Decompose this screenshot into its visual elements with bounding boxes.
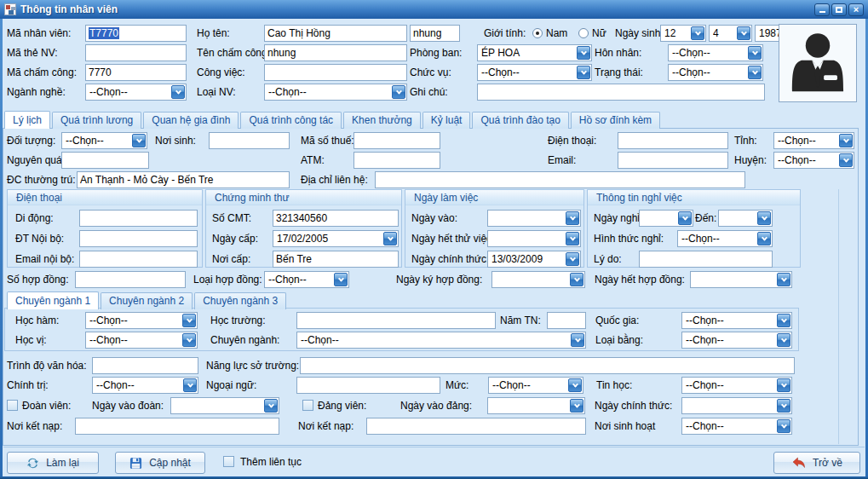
phong-ban-select[interactable]: ÉP HOA bbox=[477, 44, 592, 61]
chevron-down-icon[interactable] bbox=[570, 399, 583, 413]
chevron-down-icon[interactable] bbox=[334, 273, 348, 286]
chevron-down-icon[interactable] bbox=[777, 399, 790, 413]
dien-thoai-input[interactable] bbox=[618, 132, 728, 149]
chevron-down-icon[interactable] bbox=[839, 134, 853, 147]
close-button[interactable]: × bbox=[848, 3, 864, 16]
so-cmt-input[interactable]: 321340560 bbox=[273, 210, 399, 227]
chevron-down-icon[interactable] bbox=[566, 232, 579, 245]
chevron-down-icon[interactable] bbox=[678, 211, 692, 225]
hon-nhan-select[interactable]: --Chọn-- bbox=[668, 44, 763, 61]
hinh-thuc-nghi-select[interactable]: --Chọn-- bbox=[677, 230, 773, 247]
chevron-down-icon[interactable] bbox=[777, 333, 790, 347]
chevron-down-icon[interactable] bbox=[182, 333, 196, 347]
ngay-chinh-thuc-datepicker[interactable]: 13/03/2009 bbox=[487, 251, 581, 268]
chevron-down-icon[interactable] bbox=[777, 314, 790, 327]
nganh-nghe-select[interactable]: --Chọn-- bbox=[85, 84, 187, 101]
chevron-down-icon[interactable] bbox=[566, 252, 579, 266]
chevron-down-icon[interactable] bbox=[748, 66, 762, 79]
noi-cap-input[interactable]: Bến Tre bbox=[273, 251, 399, 268]
gioi-tinh-nu-radio[interactable] bbox=[578, 28, 589, 38]
ngay-cap-datepicker[interactable]: 17/02/2005 bbox=[273, 230, 399, 247]
ghi-chu-input[interactable] bbox=[477, 84, 765, 101]
quoc-gia-select[interactable]: --Chọn-- bbox=[681, 312, 792, 329]
minimize-button[interactable] bbox=[814, 3, 830, 16]
tab-qua-trinh-luong[interactable]: Quá trình lương bbox=[52, 112, 141, 129]
ma-nhan-vien-input[interactable]: T7770 bbox=[85, 25, 187, 42]
chevron-down-icon[interactable] bbox=[182, 314, 196, 327]
ngay-vao-dang-datepicker[interactable] bbox=[487, 397, 585, 414]
hoc-vi-select[interactable]: --Chọn-- bbox=[85, 332, 198, 349]
ngay-vao-doan-datepicker[interactable] bbox=[170, 397, 279, 414]
ly-do-input[interactable] bbox=[639, 251, 773, 268]
ngay-ky-hop-dong-datepicker[interactable] bbox=[491, 271, 585, 288]
di-dong-input[interactable] bbox=[79, 210, 198, 227]
ngoai-ngu-input[interactable] bbox=[296, 377, 440, 394]
ngay-sinh-day-select[interactable]: 12 bbox=[660, 25, 706, 42]
huyen-select[interactable]: --Chọn-- bbox=[773, 152, 854, 169]
den-datepicker[interactable] bbox=[718, 210, 773, 227]
ngay-sinh-month-select[interactable]: 4 bbox=[709, 25, 752, 42]
dt-noi-bo-input[interactable] bbox=[79, 230, 198, 247]
chuc-vu-select[interactable]: --Chọn-- bbox=[477, 64, 592, 81]
noi-sinh-hoat-select[interactable]: --Chọn-- bbox=[681, 418, 792, 435]
maximize-button[interactable] bbox=[831, 3, 847, 16]
subtab-chuyen-nganh-1[interactable]: Chuyên ngành 1 bbox=[7, 291, 99, 309]
ngay-vao-datepicker[interactable] bbox=[487, 210, 581, 227]
chevron-down-icon[interactable] bbox=[183, 378, 197, 392]
tab-qua-trinh-cong-tac[interactable]: Quá trình công tác bbox=[240, 112, 342, 129]
chevron-down-icon[interactable] bbox=[691, 26, 704, 40]
chevron-down-icon[interactable] bbox=[757, 211, 771, 225]
ngay-chinh-thuc-dang-datepicker[interactable] bbox=[681, 397, 792, 414]
chevron-down-icon[interactable] bbox=[777, 378, 790, 392]
nang-luc-so-truong-input[interactable] bbox=[300, 357, 795, 374]
chevron-down-icon[interactable] bbox=[570, 273, 583, 286]
tro-ve-button[interactable]: Trở về bbox=[773, 452, 860, 474]
chevron-down-icon[interactable] bbox=[777, 273, 790, 286]
chevron-down-icon[interactable] bbox=[839, 153, 853, 167]
tab-ho-so-dinh-kem[interactable]: Hồ sơ đính kèm bbox=[571, 112, 660, 129]
email-input[interactable] bbox=[618, 152, 728, 169]
ngay-nghi-datepicker[interactable] bbox=[639, 210, 693, 227]
chevron-down-icon[interactable] bbox=[264, 399, 278, 413]
ho-ten-input[interactable]: Cao Thị Hồng bbox=[264, 25, 407, 42]
chevron-down-icon[interactable] bbox=[577, 46, 590, 60]
noi-sinh-input[interactable] bbox=[209, 132, 290, 149]
chevron-down-icon[interactable] bbox=[566, 211, 579, 225]
chevron-down-icon[interactable] bbox=[777, 419, 790, 433]
lam-lai-button[interactable]: Làm lại bbox=[7, 452, 99, 474]
trinh-do-van-hoa-input[interactable] bbox=[92, 357, 198, 374]
loai-hop-dong-select[interactable]: --Chọn-- bbox=[264, 271, 349, 288]
tab-ky-luat[interactable]: Kỷ luật bbox=[423, 112, 471, 129]
chevron-down-icon[interactable] bbox=[392, 85, 405, 99]
tab-khen-thuong[interactable]: Khen thưởng bbox=[343, 112, 421, 129]
chuyen-nganh-select[interactable]: --Chọn-- bbox=[296, 332, 586, 349]
chevron-down-icon[interactable] bbox=[383, 232, 397, 245]
tab-ly-lich[interactable]: Lý lịch bbox=[4, 111, 50, 129]
ma-so-thue-input[interactable] bbox=[354, 132, 440, 149]
so-hop-dong-input[interactable] bbox=[75, 271, 186, 288]
chevron-down-icon[interactable] bbox=[757, 232, 771, 245]
hoc-truong-input[interactable] bbox=[296, 312, 496, 329]
loai-bang-select[interactable]: --Chọn-- bbox=[681, 332, 792, 349]
chevron-down-icon[interactable] bbox=[132, 134, 146, 147]
tinh-select[interactable]: --Chọn-- bbox=[773, 132, 854, 149]
doan-vien-checkbox[interactable] bbox=[7, 400, 18, 411]
cap-nhat-button[interactable]: Cập nhật bbox=[115, 452, 205, 474]
chevron-down-icon[interactable] bbox=[748, 46, 762, 60]
loai-nv-select[interactable]: --Chọn-- bbox=[264, 84, 407, 101]
ho-ten-short-input[interactable]: nhung bbox=[410, 25, 460, 42]
chevron-down-icon[interactable] bbox=[737, 26, 750, 40]
ten-cham-cong-input[interactable]: nhung bbox=[264, 44, 407, 61]
ma-cham-cong-input[interactable]: 7770 bbox=[85, 64, 187, 81]
email-noi-bo-input[interactable] bbox=[79, 251, 198, 268]
atm-input[interactable] bbox=[354, 152, 440, 169]
noi-ket-nap-doan-input[interactable] bbox=[75, 418, 279, 435]
chevron-down-icon[interactable] bbox=[171, 85, 185, 99]
chevron-down-icon[interactable] bbox=[577, 66, 590, 79]
tin-hoc-select[interactable]: --Chọn-- bbox=[681, 377, 792, 394]
dia-chi-lien-he-input[interactable] bbox=[375, 171, 745, 188]
chevron-down-icon[interactable] bbox=[568, 378, 582, 392]
noi-ket-nap-dang-input[interactable] bbox=[366, 418, 586, 435]
ngay-het-hop-dong-datepicker[interactable] bbox=[690, 271, 792, 288]
nam-tn-input[interactable] bbox=[547, 312, 586, 329]
